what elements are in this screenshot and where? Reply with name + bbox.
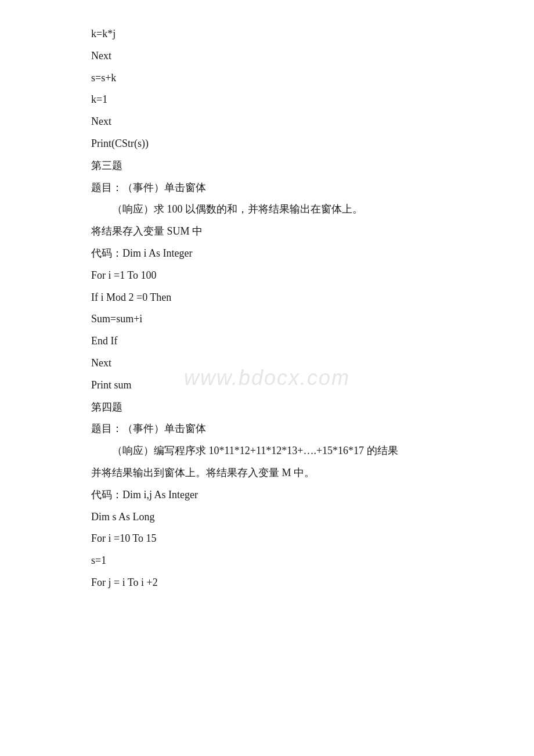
line1: k=k*j (91, 23, 443, 45)
line25: s=1 (91, 550, 443, 572)
line9: （响应）求 100 以偶数的和，并将结果输出在窗体上。 (91, 199, 443, 221)
line4: k=1 (91, 89, 443, 111)
line12: For i =1 To 100 (91, 265, 443, 287)
line23: Dim s As Long (91, 506, 443, 528)
line20: （响应）编写程序求 10*11*12+11*12*13+….+15*16*17 … (91, 440, 443, 462)
line11: 代码：Dim i As Integer (91, 243, 443, 265)
line5: Next (91, 111, 443, 133)
line19: 题目：（事件）单击窗体 (91, 418, 443, 440)
line16: Next (91, 352, 443, 375)
line10: 将结果存入变量 SUM 中 (91, 221, 443, 243)
line3: s=s+k (91, 67, 443, 89)
line17: Print sum (91, 375, 443, 397)
line6: Print(CStr(s)) (91, 133, 443, 155)
line13: If i Mod 2 =0 Then (91, 287, 443, 309)
content-block: k=k*jNexts=s+kk=1NextPrint(CStr(s))第三题题目… (91, 23, 443, 594)
line26: For j = i To i +2 (91, 572, 443, 594)
line22: 代码：Dim i,j As Integer (91, 484, 443, 506)
line7: 第三题 (91, 155, 443, 177)
line14: Sum=sum+i (91, 308, 443, 330)
line2: Next (91, 45, 443, 67)
line8: 题目：（事件）单击窗体 (91, 177, 443, 199)
line24: For i =10 To 15 (91, 528, 443, 550)
line15: End If (91, 330, 443, 352)
line18: 第四题 (91, 397, 443, 419)
line21: 并将结果输出到窗体上。将结果存入变量 M 中。 (91, 462, 443, 484)
